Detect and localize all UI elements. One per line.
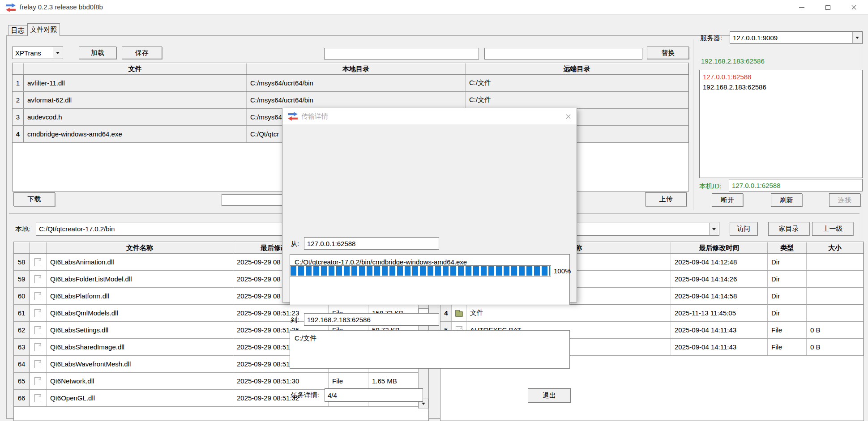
- client-list-item[interactable]: 192.168.2.183:62586: [700, 82, 862, 92]
- icon-header-cell[interactable]: [30, 242, 47, 253]
- visit-button[interactable]: 访问: [730, 222, 757, 236]
- cell-type: Dir: [768, 271, 807, 287]
- folder-icon: [455, 311, 463, 317]
- cell-icon: [30, 322, 47, 338]
- cell-local: C:/msys64/ucrt64/bin: [247, 92, 466, 108]
- load-button[interactable]: 加载: [79, 47, 116, 59]
- cell-name: Qt6OpenGL.dll: [47, 390, 233, 406]
- chevron-down-icon[interactable]: [53, 47, 62, 58]
- upload-button[interactable]: 上传: [645, 192, 687, 206]
- chevron-down-icon[interactable]: [709, 223, 718, 235]
- corner-header-cell[interactable]: [13, 63, 24, 74]
- cell-name: Qt6LabsAnimation.dll: [47, 254, 233, 270]
- minimize-button[interactable]: [791, 0, 812, 15]
- cell-file: avfilter-11.dll: [24, 75, 247, 91]
- up-level-button[interactable]: 上一级: [812, 222, 853, 236]
- header-modified[interactable]: 最后修改时间: [671, 242, 768, 253]
- compare-row[interactable]: 2avformat-62.dllC:/msys64/ucrt64/binC:/文…: [13, 92, 688, 109]
- cell-remote: C:/文件: [466, 92, 688, 108]
- cell-size: [807, 305, 864, 321]
- cell-type: Dir: [768, 288, 807, 304]
- from-path-textarea[interactable]: C:/Qt/qtcreator-17.0.2/bin/cmdbridge-win…: [290, 254, 570, 305]
- cell-num: 62: [14, 322, 30, 338]
- disconnect-button[interactable]: 断开: [712, 193, 743, 207]
- cell-file: avformat-62.dll: [24, 92, 247, 108]
- client-list-item[interactable]: 127.0.0.1:62588: [700, 72, 862, 82]
- cell-name: Qt6LabsSettings.dll: [47, 322, 233, 338]
- cell-local: C:/msys64/ucrt64/bin: [247, 75, 466, 91]
- cell-num: 61: [14, 305, 30, 321]
- connect-button[interactable]: 连接: [829, 193, 860, 207]
- find-input[interactable]: [324, 48, 479, 60]
- replace-input[interactable]: [484, 48, 642, 60]
- cell-num: 63: [14, 339, 30, 355]
- cell-num: 59: [14, 271, 30, 287]
- server-label: 服务器:: [700, 34, 722, 43]
- cell-type: File: [768, 322, 807, 338]
- local-id-field: 127.0.0.1:62588: [729, 179, 863, 191]
- tab-log[interactable]: 日志: [8, 25, 27, 35]
- cell-modified: 2025-09-04 14:14:26: [671, 271, 768, 287]
- cell-num: 60: [14, 288, 30, 304]
- cell-name: 文件: [466, 305, 671, 321]
- server-combobox[interactable]: 127.0.0.1:9009: [730, 31, 863, 44]
- header-remote-dir[interactable]: 远端目录: [466, 63, 688, 74]
- cell-modified: 2025-09-29 08:51:30: [233, 373, 329, 389]
- cell-size: [807, 288, 864, 304]
- to-path-textarea[interactable]: C:/文件: [290, 330, 570, 369]
- maximize-button[interactable]: [817, 0, 838, 15]
- cell-num: 2: [13, 92, 24, 108]
- corner-header-cell[interactable]: [14, 242, 30, 253]
- replace-button[interactable]: 替换: [647, 47, 689, 59]
- file-icon: [34, 360, 41, 368]
- header-size[interactable]: 大小: [807, 242, 864, 253]
- remote-file-row[interactable]: 4文件2025-11-13 11:45:05Dir: [440, 305, 864, 322]
- download-button[interactable]: 下载: [13, 192, 55, 206]
- header-file-name[interactable]: 文件名称: [47, 242, 233, 253]
- from-address-input[interactable]: 127.0.0.1:62588: [304, 237, 439, 250]
- cell-modified: 2025-09-04 14:11:43: [671, 339, 768, 355]
- task-detail-label: 任务详情:: [291, 391, 319, 400]
- cell-name: Qt6LabsSharedImage.dll: [47, 339, 233, 355]
- to-label: 到:: [291, 316, 299, 324]
- cell-num: 4: [440, 305, 452, 321]
- local-id-label: 本机ID:: [699, 182, 721, 191]
- cell-file: audevcod.h: [24, 109, 247, 125]
- cell-num: 1: [13, 75, 24, 91]
- header-file[interactable]: 文件: [24, 63, 247, 74]
- cell-icon: [30, 373, 47, 389]
- close-icon: [851, 4, 857, 10]
- window-title: frelay 0.2.3 release bbd0f8b: [20, 3, 103, 11]
- cell-num: 4: [13, 126, 24, 142]
- close-button[interactable]: [843, 0, 864, 15]
- header-local-dir[interactable]: 本地目录: [247, 63, 466, 74]
- client-listbox[interactable]: 127.0.0.1:62588192.168.2.183:62586: [699, 70, 863, 178]
- home-dir-button[interactable]: 家目录: [768, 222, 809, 236]
- profile-value: XPTrans: [15, 49, 41, 57]
- file-icon: [34, 258, 41, 266]
- tab-file-compare[interactable]: 文件对照: [27, 23, 60, 36]
- chevron-down-icon[interactable]: [852, 32, 862, 43]
- header-type[interactable]: 类型: [768, 242, 807, 253]
- dialog-titlebar[interactable]: 传输详情: [282, 108, 577, 124]
- file-icon: [34, 394, 41, 402]
- dialog-close-button[interactable]: [564, 113, 572, 120]
- cell-text: 192.168.2.183:62586: [703, 83, 766, 91]
- file-icon: [34, 326, 41, 334]
- task-detail-input[interactable]: 4/4: [325, 388, 423, 402]
- cell-modified: 2025-11-13 11:45:05: [671, 305, 768, 321]
- cell-type: Dir: [768, 254, 807, 270]
- exit-button[interactable]: 退出: [528, 388, 571, 403]
- compare-row[interactable]: 1avfilter-11.dllC:/msys64/ucrt64/binC:/文…: [13, 75, 688, 92]
- local-file-row[interactable]: 65Qt6Network.dll2025-09-29 08:51:30File1…: [14, 373, 419, 390]
- refresh-button[interactable]: 刷新: [771, 193, 802, 207]
- save-button[interactable]: 保存: [122, 47, 162, 59]
- progress-bar: [290, 265, 551, 276]
- cell-icon: [30, 390, 47, 406]
- to-address-input[interactable]: 192.168.2.183:62586: [304, 313, 439, 326]
- from-label: 从:: [291, 240, 299, 248]
- cell-modified: 2025-09-04 14:12:48: [671, 254, 768, 270]
- cell-icon: [30, 288, 47, 304]
- file-icon: [34, 343, 41, 351]
- profile-combobox[interactable]: XPTrans: [12, 47, 63, 59]
